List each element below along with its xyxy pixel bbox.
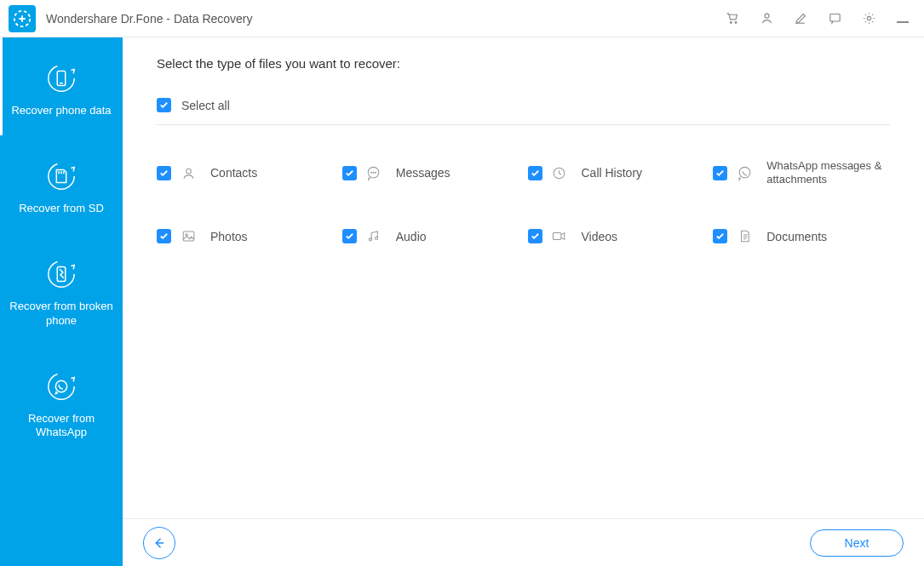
- option-videos: Videos: [528, 228, 705, 245]
- clock-icon: [551, 164, 568, 181]
- option-messages: Messages: [342, 159, 519, 187]
- checkbox-photos[interactable]: [157, 229, 171, 243]
- svg-point-5: [867, 16, 870, 20]
- app-title: Wondershare Dr.Fone - Data Recovery: [46, 12, 725, 26]
- svg-rect-4: [829, 14, 839, 22]
- documents-icon: [736, 228, 753, 245]
- checkbox-call-history[interactable]: [528, 166, 542, 180]
- option-label: Videos: [582, 230, 618, 243]
- svg-point-23: [739, 167, 750, 178]
- option-label: Messages: [396, 166, 451, 180]
- checkbox-videos[interactable]: [528, 229, 542, 243]
- edit-icon[interactable]: [793, 11, 808, 26]
- option-label: WhatsApp messages & attachments: [766, 159, 890, 187]
- whatsapp-icon: [736, 164, 753, 181]
- app-body: Recover phone data Recover from SD Recov…: [0, 37, 924, 566]
- option-label: Audio: [396, 230, 427, 243]
- titlebar-actions: [725, 11, 910, 26]
- phone-recover-icon: [44, 61, 78, 95]
- svg-point-3: [765, 14, 769, 18]
- sidebar-item-label: Recover from broken phone: [5, 300, 118, 329]
- svg-point-21: [376, 172, 376, 173]
- sd-recover-icon: [44, 159, 78, 193]
- svg-point-17: [186, 169, 191, 174]
- checkbox-audio[interactable]: [342, 229, 357, 243]
- select-all-row: Select all: [157, 83, 890, 125]
- option-whatsapp: WhatsApp messages & attachments: [713, 159, 890, 187]
- messages-icon: [365, 164, 382, 181]
- select-all-label: Select all: [181, 99, 230, 112]
- option-audio: Audio: [342, 228, 519, 245]
- option-photos: Photos: [157, 228, 334, 245]
- checkbox-contacts[interactable]: [157, 166, 171, 180]
- app-window: Wondershare Dr.Fone - Data Recovery: [0, 0, 924, 566]
- footer-bar: Next: [123, 518, 924, 566]
- videos-icon: [551, 228, 568, 245]
- back-button[interactable]: [143, 527, 175, 559]
- next-button[interactable]: Next: [810, 529, 904, 557]
- checkbox-documents[interactable]: [713, 229, 727, 243]
- titlebar: Wondershare Dr.Fone - Data Recovery: [0, 0, 924, 37]
- whatsapp-recover-icon: [44, 369, 78, 403]
- sidebar-item-recover-sd[interactable]: Recover from SD: [0, 135, 123, 233]
- option-label: Documents: [766, 230, 827, 243]
- sidebar-item-label: Recover phone data: [11, 104, 111, 118]
- svg-point-27: [376, 237, 378, 239]
- svg-point-2: [735, 22, 737, 24]
- svg-rect-24: [183, 232, 194, 241]
- sidebar-item-label: Recover from WhatsApp: [5, 412, 118, 441]
- audio-icon: [365, 228, 382, 245]
- option-contacts: Contacts: [157, 159, 334, 187]
- svg-rect-28: [553, 233, 561, 240]
- svg-point-6: [49, 66, 74, 91]
- photos-icon: [180, 228, 197, 245]
- cart-icon[interactable]: [725, 11, 740, 26]
- select-all-checkbox[interactable]: [157, 98, 171, 112]
- svg-point-15: [49, 373, 74, 398]
- page-heading: Select the type of files you want to rec…: [123, 37, 924, 83]
- sidebar: Recover phone data Recover from SD Recov…: [0, 37, 123, 566]
- svg-point-19: [371, 172, 372, 173]
- svg-point-26: [370, 238, 372, 241]
- svg-point-16: [55, 380, 66, 392]
- sidebar-item-label: Recover from SD: [19, 202, 104, 216]
- option-label: Photos: [210, 230, 248, 243]
- sidebar-item-recover-whatsapp[interactable]: Recover from WhatsApp: [0, 346, 123, 458]
- svg-point-20: [373, 172, 374, 173]
- file-type-grid: Contacts Messages Call History WhatsApp …: [123, 125, 924, 245]
- contacts-icon: [180, 164, 197, 181]
- svg-point-9: [49, 163, 74, 189]
- main-panel: Select the type of files you want to rec…: [123, 37, 924, 566]
- checkbox-whatsapp[interactable]: [713, 166, 727, 180]
- checkbox-messages[interactable]: [342, 166, 357, 180]
- option-call-history: Call History: [528, 159, 705, 187]
- feedback-icon[interactable]: [827, 11, 842, 26]
- sidebar-item-recover-broken[interactable]: Recover from broken phone: [0, 233, 123, 346]
- sidebar-item-recover-phone[interactable]: Recover phone data: [0, 37, 123, 135]
- next-button-label: Next: [845, 536, 869, 550]
- user-icon[interactable]: [759, 11, 774, 26]
- svg-point-1: [730, 22, 732, 24]
- option-documents: Documents: [713, 228, 890, 245]
- svg-point-25: [185, 234, 187, 236]
- broken-phone-icon: [44, 257, 78, 291]
- option-label: Contacts: [210, 166, 257, 180]
- settings-icon[interactable]: [861, 11, 876, 26]
- minimize-icon[interactable]: [895, 11, 910, 26]
- app-logo: [9, 5, 36, 32]
- option-label: Call History: [582, 166, 643, 180]
